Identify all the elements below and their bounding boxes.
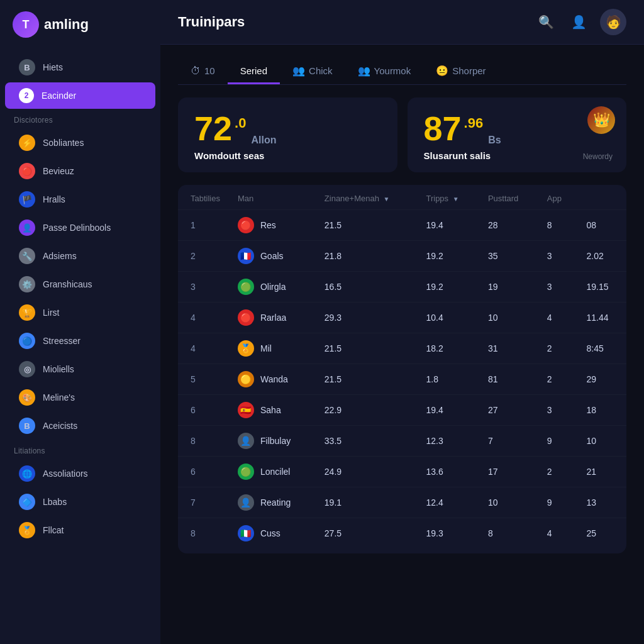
stat-card-slusarunt: 👑 87 .96 Bs Slusarunt salis Newordy xyxy=(408,97,627,172)
man-cell: 19.1 xyxy=(316,487,418,518)
page-title: Truinipars xyxy=(178,14,525,30)
sidebar-item-aceicists[interactable]: B Aceicists xyxy=(5,412,155,440)
team-logo: 🏅 xyxy=(238,340,254,357)
team-cell: 🟢 Olirgla xyxy=(229,272,316,303)
sidebar-item-adsiems[interactable]: 🔧 Adsiems xyxy=(5,242,155,270)
sidebar-item-hiets[interactable]: B Hiets xyxy=(5,53,155,81)
sort-icon[interactable]: ▼ xyxy=(384,196,390,203)
table-row: 8 🇮🇹 Cuss 27.5 19.3 8 4 25 xyxy=(178,518,626,549)
mioliells-icon: ◎ xyxy=(19,361,35,377)
col-pusttard: Pusttard xyxy=(479,185,538,210)
section-label-disciotores: Disciotores xyxy=(0,109,160,128)
sidebar-item-bevieuz[interactable]: 🔴 Bevieuz xyxy=(5,157,155,185)
pusttard-cell: 3 xyxy=(538,272,578,303)
sidebar-item-fllcat[interactable]: 🏅 Fllcat xyxy=(5,516,155,544)
pusttard-cell: 9 xyxy=(538,487,578,518)
man-cell: 24.9 xyxy=(316,457,418,487)
pusttard-cell: 2 xyxy=(538,457,578,487)
pusttard-cell: 9 xyxy=(538,426,578,457)
sidebar-item-assoliatiors[interactable]: 🌐 Assoliatiors xyxy=(5,460,155,487)
team-name: Filbulay xyxy=(260,436,291,446)
man-cell: 22.9 xyxy=(316,395,418,426)
search-icon[interactable]: 🔍 xyxy=(535,11,557,33)
sidebar-item-sobliantes[interactable]: ⚡ Sobliantes xyxy=(5,129,155,157)
header-row: TabtiliesManZinane+Menah ▼Tripps ▼Pustta… xyxy=(178,185,626,210)
sidebar: T amling B Hiets 2 Eacinder Disciotores … xyxy=(0,0,160,644)
lirst-icon: 🏆 xyxy=(19,304,35,321)
table-row: 5 🟡 Wanda 21.5 1.8 81 2 29 xyxy=(178,364,626,395)
app-cell: 29 xyxy=(578,364,626,395)
man-cell: 27.5 xyxy=(316,518,418,549)
tripps-cell: 10 xyxy=(479,303,538,333)
topbar: Truinipars 🔍 👤 🧑 xyxy=(160,0,644,45)
tab-shorper[interactable]: 😐 Shorper xyxy=(423,58,498,85)
tab-seried[interactable]: Seried xyxy=(228,59,280,84)
sidebar-item-label: Lbabs xyxy=(43,497,67,507)
sidebar-item-label: Granshicaus xyxy=(43,279,92,289)
zinane-cell: 19.3 xyxy=(417,518,479,549)
team-name: Res xyxy=(260,220,276,230)
table-row: 6 🟢 Loncilel 24.9 13.6 17 2 21 xyxy=(178,457,626,487)
man-cell: 21.5 xyxy=(316,364,418,395)
man-cell: 21.5 xyxy=(316,333,418,364)
sidebar-item-melines[interactable]: 🎨 Meline's xyxy=(5,384,155,411)
zinane-cell: 10.4 xyxy=(417,303,479,333)
team-cell: 🇮🇹 Cuss xyxy=(229,518,316,549)
team-name: Mil xyxy=(260,343,272,353)
man-cell: 21.5 xyxy=(316,210,418,241)
zinane-cell: 19.2 xyxy=(417,241,479,272)
sidebar-item-streesser[interactable]: 🔵 Streesser xyxy=(5,327,155,355)
rank-cell: 6 xyxy=(178,457,229,487)
team-logo: 👤 xyxy=(238,494,254,511)
stat-unit: Allon xyxy=(251,135,276,145)
tab-chick[interactable]: 👥 Chick xyxy=(280,58,345,85)
sidebar-item-lirst[interactable]: 🏆 Lirst xyxy=(5,299,155,326)
sort-icon[interactable]: ▼ xyxy=(453,196,459,203)
table-row: 3 🟢 Olirgla 16.5 19.2 19 3 19.15 xyxy=(178,272,626,303)
table-row: 8 👤 Filbulay 33.5 12.3 7 9 10 xyxy=(178,426,626,457)
team-logo: 🟡 xyxy=(238,371,254,387)
fllcat-icon: 🏅 xyxy=(19,522,35,538)
sidebar-item-lbabs[interactable]: 🔷 Lbabs xyxy=(5,488,155,516)
col-tripps: Tripps ▼ xyxy=(417,185,479,210)
stat-number: 87 xyxy=(424,111,462,145)
sidebar-item-label: Adsiems xyxy=(43,251,77,261)
rank-cell: 5 xyxy=(178,364,229,395)
team-cell: 🇪🇸 Saha xyxy=(229,395,316,426)
sidebar-item-passe[interactable]: 👤 Passe Delinbools xyxy=(5,214,155,242)
sidebar-item-mioliells[interactable]: ◎ Mioliells xyxy=(5,355,155,383)
man-cell: 29.3 xyxy=(316,303,418,333)
section-label-litiations: Litiations xyxy=(0,440,160,459)
team-cell: 🔴 Rarlaa xyxy=(229,303,316,333)
pusttard-cell: 4 xyxy=(538,303,578,333)
tab-yourmok[interactable]: 👥 Yourmok xyxy=(345,58,424,85)
tab-chick-label: Chick xyxy=(309,65,333,76)
sidebar-item-granshicaus[interactable]: ⚙️ Granshicaus xyxy=(5,270,155,298)
passe-icon: 👤 xyxy=(19,219,35,236)
rank-cell: 8 xyxy=(178,518,229,549)
bevieuz-icon: 🔴 xyxy=(19,163,35,179)
sidebar-item-eacinder[interactable]: 2 Eacinder xyxy=(5,82,155,109)
zinane-cell: 13.6 xyxy=(417,457,479,487)
adsiems-icon: 🔧 xyxy=(19,248,35,264)
logo-text: amling xyxy=(44,16,89,33)
avatar[interactable]: 🧑 xyxy=(600,9,626,35)
stat-cards: 72 .0 Allon Womdoutt seas 👑 87 .96 Bs Sl… xyxy=(178,97,626,172)
sidebar-item-hralls[interactable]: 🏴 Hralls xyxy=(5,186,155,213)
team-name: Rarlaa xyxy=(260,313,286,323)
tripps-cell: 8 xyxy=(479,518,538,549)
team-name: Reating xyxy=(260,497,291,508)
user-icon[interactable]: 👤 xyxy=(567,11,590,33)
stat-sup: .96 xyxy=(464,116,484,130)
sobliantes-icon: ⚡ xyxy=(19,135,35,151)
lbabs-icon: 🔷 xyxy=(19,494,35,510)
tab-10[interactable]: ⏱ 10 xyxy=(178,59,228,85)
sidebar-item-label: Assoliatiors xyxy=(43,469,88,479)
app-cell: 08 xyxy=(578,210,626,241)
tripps-cell: 10 xyxy=(479,487,538,518)
table-body: 1 🔴 Res 21.5 19.4 28 8 08 2 🇫🇷 Goals 21.… xyxy=(178,210,626,549)
table-container: TabtiliesManZinane+Menah ▼Tripps ▼Pustta… xyxy=(178,185,626,553)
stat-card-womdoutt: 72 .0 Allon Womdoutt seas xyxy=(178,97,397,172)
app-cell: 2.02 xyxy=(578,241,626,272)
stat-emblem: 👑 xyxy=(587,106,615,134)
